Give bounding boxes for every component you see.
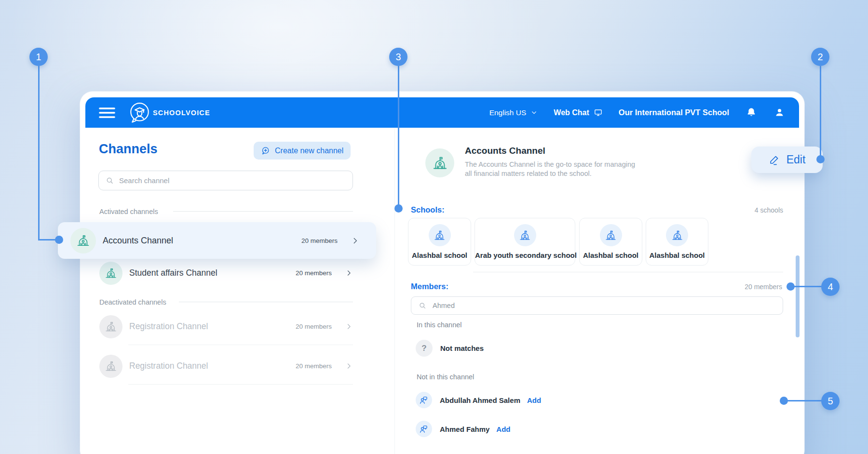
school-card-name: Alashbal school <box>646 251 708 259</box>
no-match-row: ? Not matches <box>416 340 484 357</box>
callout-line-1 <box>38 66 40 240</box>
activated-channels-label: Activated channels <box>99 207 158 216</box>
chevron-right-icon[interactable] <box>345 362 353 370</box>
bell-icon[interactable] <box>745 107 758 119</box>
channel-name: Registration Channel <box>129 321 208 332</box>
chevron-right-icon[interactable] <box>351 236 360 245</box>
school-avatar <box>514 224 536 246</box>
school-card[interactable]: Arab youth secondary school <box>475 218 575 266</box>
channel-detail-avatar <box>425 148 454 177</box>
person-chat-icon <box>419 395 429 405</box>
callout-dot-5 <box>780 397 788 405</box>
school-building-icon <box>432 155 448 171</box>
brand-name: SCHOOLVOICE <box>153 97 210 128</box>
add-member-button[interactable]: Add <box>496 425 510 433</box>
school-building-icon <box>105 360 117 373</box>
create-new-channel-label: Create new channel <box>275 147 343 155</box>
school-card-name: Alashbal school <box>408 251 471 259</box>
channel-row-accounts-selected[interactable]: Accounts Channel 20 members <box>58 222 376 259</box>
member-avatar <box>416 392 432 408</box>
callout-badge-5: 5 <box>821 392 840 410</box>
page-title: Channels <box>99 142 158 157</box>
channel-name: Accounts Channel <box>103 236 173 246</box>
channel-detail-description: The Accounts Channel is the go-to space … <box>465 160 635 178</box>
callout-dot-4 <box>787 282 795 291</box>
callout-badge-2: 2 <box>811 48 829 66</box>
callout-badge-3: 3 <box>389 48 407 66</box>
pencil-icon <box>769 154 780 166</box>
search-icon <box>105 176 114 185</box>
school-building-icon <box>605 229 617 241</box>
members-count: 20 members <box>745 283 782 291</box>
monitor-icon <box>594 108 603 117</box>
callout-badge-4: 4 <box>821 278 840 296</box>
school-building-icon <box>76 234 90 248</box>
callout-dot-3 <box>394 204 403 213</box>
chat-plus-icon <box>261 146 271 156</box>
channel-avatar <box>70 228 96 254</box>
channel-row-student-affairs[interactable]: Student affairs Channel 20 members <box>99 260 353 286</box>
channel-row-registration-1[interactable]: Registration Channel 20 members <box>99 314 353 339</box>
school-name-link[interactable]: Our International PVT School <box>619 108 729 117</box>
header-right-nav: English US Web Chat Our International PV… <box>489 97 786 128</box>
chevron-down-icon <box>530 109 538 116</box>
channel-member-count: 20 members <box>296 362 332 370</box>
school-card[interactable]: Alashbal school <box>579 218 642 266</box>
channel-member-count: 20 members <box>301 237 338 244</box>
section-divider <box>473 272 783 272</box>
web-chat-link[interactable]: Web Chat <box>554 108 602 117</box>
app-window: SCHOOLVOICE English US Web Chat Our Inte… <box>80 92 804 454</box>
school-name-label: Our International PVT School <box>619 108 729 117</box>
channel-avatar <box>99 315 122 338</box>
in-this-channel-label: In this channel <box>417 321 462 329</box>
channel-row-registration-2[interactable]: Registration Channel 20 members <box>99 353 353 379</box>
member-search-input[interactable] <box>433 302 776 309</box>
row-divider <box>128 345 353 345</box>
school-avatar <box>600 224 622 246</box>
schoolvoice-logo-icon <box>128 101 151 124</box>
deactivated-channels-label: Deactivated channels <box>99 298 166 307</box>
screenshot-canvas: SCHOOLVOICE English US Web Chat Our Inte… <box>0 0 868 454</box>
callout-dot-2 <box>816 155 825 163</box>
web-chat-label: Web Chat <box>554 108 589 117</box>
channel-avatar <box>99 262 122 285</box>
school-card[interactable]: Alashbal school <box>408 218 471 266</box>
channel-member-count: 20 members <box>296 323 332 330</box>
member-avatar <box>416 421 432 437</box>
edit-channel-button[interactable]: Edit <box>751 147 823 173</box>
user-account-icon[interactable] <box>773 107 786 119</box>
school-building-icon <box>105 320 117 333</box>
callout-line-4 <box>794 286 822 287</box>
chevron-right-icon[interactable] <box>345 322 353 331</box>
callout-line-3 <box>398 66 399 206</box>
school-avatar <box>666 224 688 246</box>
school-card-name: Arab youth secondary school <box>475 251 575 259</box>
school-building-icon <box>671 229 683 241</box>
school-building-icon <box>105 267 117 280</box>
row-divider <box>128 384 353 385</box>
add-member-button[interactable]: Add <box>527 396 541 404</box>
school-card-name: Alashbal school <box>580 251 642 259</box>
member-name: Ahmed Fahmy <box>440 425 489 433</box>
hamburger-menu-icon[interactable] <box>98 97 116 128</box>
school-card[interactable]: Alashbal school <box>646 218 708 266</box>
not-in-this-channel-label: Not in this channel <box>417 373 474 381</box>
scrollbar-thumb[interactable] <box>796 255 800 337</box>
channel-search-input[interactable] <box>119 176 346 185</box>
member-search-box <box>411 296 783 315</box>
channel-name: Student affairs Channel <box>129 268 217 278</box>
edit-button-label: Edit <box>787 153 806 166</box>
channel-search-box <box>98 171 353 190</box>
no-match-label: Not matches <box>440 344 484 352</box>
channel-detail-title: Accounts Channel <box>465 146 545 156</box>
channel-member-count: 20 members <box>296 269 332 277</box>
question-mark-icon: ? <box>416 340 433 357</box>
school-building-icon <box>519 229 531 241</box>
section-divider <box>173 211 353 212</box>
school-building-icon <box>434 229 446 241</box>
callout-line-5 <box>787 400 822 401</box>
members-section-label: Members: <box>411 282 448 291</box>
create-new-channel-button[interactable]: Create new channel <box>254 142 351 160</box>
chevron-right-icon[interactable] <box>345 269 353 277</box>
language-selector[interactable]: English US <box>489 108 538 117</box>
